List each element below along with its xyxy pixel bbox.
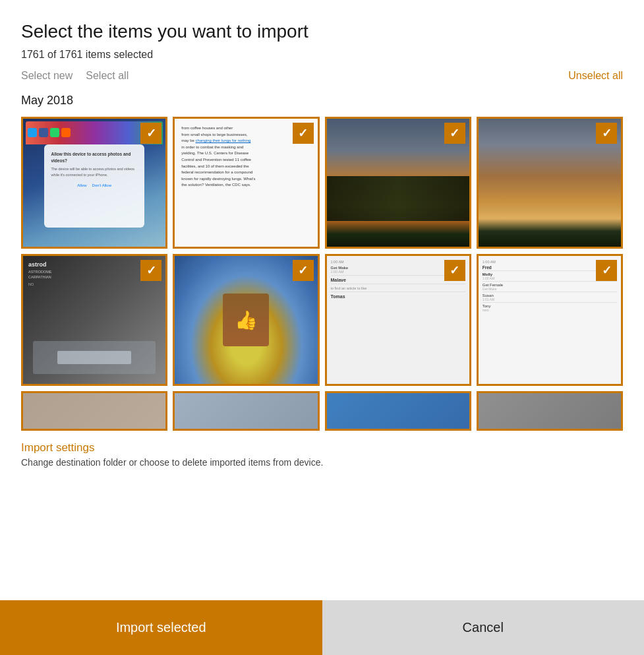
- month-label: May 2018: [21, 94, 623, 108]
- photo-item-3[interactable]: ✓: [325, 117, 471, 249]
- check-badge-3: ✓: [444, 123, 465, 144]
- dialog-footer: Import selected Cancel: [0, 600, 644, 655]
- photo-item-4[interactable]: ✓: [477, 117, 623, 249]
- import-settings-link[interactable]: Import settings: [21, 441, 623, 454]
- partial-photo-3[interactable]: [325, 391, 471, 431]
- check-badge-5: ✓: [140, 260, 161, 281]
- check-badge-7: ✓: [444, 260, 465, 281]
- cancel-button[interactable]: Cancel: [322, 600, 645, 655]
- check-badge-6: ✓: [293, 260, 314, 281]
- import-dialog: Select the items you want to import 1761…: [0, 0, 644, 655]
- select-all-button[interactable]: Select all: [86, 70, 129, 82]
- partial-photo-1[interactable]: [21, 391, 167, 431]
- photo-item-7[interactable]: 1:00 AM Get Make 1:00 AM Malave to find …: [325, 254, 471, 386]
- partial-photo-2[interactable]: [173, 391, 319, 431]
- photo-item-1[interactable]: Allow this device to access photos and v…: [21, 117, 167, 249]
- photo-item-5[interactable]: astrod ASTRODOME CARPATHIAN NO ✓: [21, 254, 167, 386]
- photo-grid: Allow this device to access photos and v…: [21, 117, 623, 386]
- photo-item-8[interactable]: 1:00 AM Fred Molly 1:00 AM Get Female Ge…: [477, 254, 623, 386]
- photo-item-6[interactable]: 👍 ✓: [173, 254, 319, 386]
- check-badge-2: ✓: [293, 123, 314, 144]
- partial-photo-4[interactable]: [477, 391, 623, 431]
- import-settings-description: Change destination folder or choose to d…: [21, 457, 623, 468]
- selection-count: 1761 of 1761 items selected: [21, 49, 623, 61]
- selection-bar: Select new Select all Unselect all: [21, 70, 623, 82]
- page-title: Select the items you want to import: [21, 21, 623, 42]
- import-settings-section: Import settings Change destination folde…: [21, 441, 623, 468]
- unselect-all-button[interactable]: Unselect all: [568, 70, 623, 82]
- check-badge-8: ✓: [596, 260, 617, 281]
- partial-photo-row: [21, 391, 623, 431]
- select-new-button[interactable]: Select new: [21, 70, 73, 82]
- check-badge-1: ✓: [140, 123, 161, 144]
- check-badge-4: ✓: [596, 123, 617, 144]
- photo-item-2[interactable]: from coffee houses and other from small …: [173, 117, 319, 249]
- import-selected-button[interactable]: Import selected: [0, 600, 322, 655]
